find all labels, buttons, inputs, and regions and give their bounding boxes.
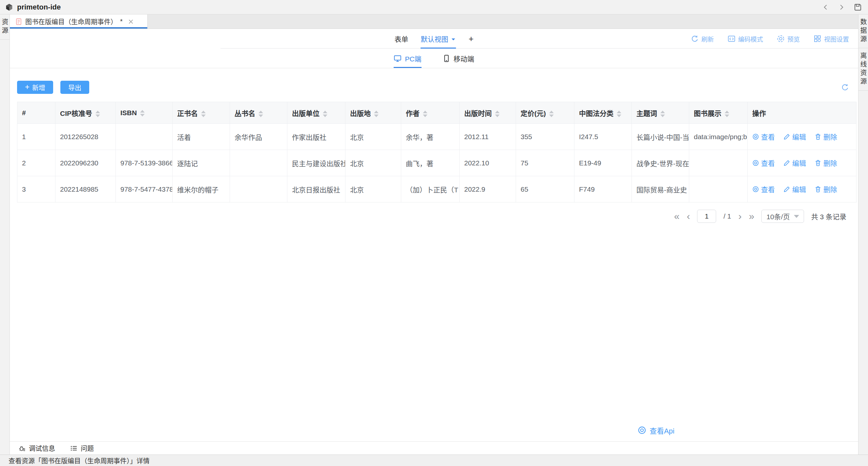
add-button[interactable]: + 新增 [17,81,53,94]
problems-label: 问题 [81,443,94,453]
table-cell: 75 [516,150,575,176]
table-cell: 2022.10 [460,150,516,176]
column-header[interactable]: CIP核准号 [56,102,116,124]
table-row: 32022148985978-7-5477-4378维米尔的帽子北京日报出版社北… [18,176,857,202]
edit-action-link[interactable]: 编辑 [783,158,806,168]
tab-pc-label: PC端 [405,54,421,63]
table-cell: 北京日报出版社 [287,176,345,202]
table-row: 22022096230978-7-5139-3866逐陆记民主与建设出版社北京曲… [18,150,857,176]
column-label: 正书名 [177,110,198,117]
trash-icon [814,159,822,166]
code-mode-icon [727,35,736,43]
column-header[interactable]: 出版时间 [460,102,516,124]
table-cell [116,124,173,150]
sort-icon[interactable] [617,111,621,117]
tab-pc[interactable]: PC端 [394,49,421,68]
delete-action-label: 删除 [824,132,837,141]
sort-icon[interactable] [201,111,206,117]
sidebar-item-resources[interactable]: 资源 [0,14,9,40]
last-page-button[interactable]: » [749,211,754,221]
page-input[interactable] [697,210,716,223]
edit-action-label: 编辑 [792,132,806,141]
delete-action-link[interactable]: 删除 [814,158,837,168]
add-view-button[interactable]: + [468,29,473,49]
first-page-button[interactable]: « [674,211,680,221]
editor-tab-title: 图书在版编目（生命周期事件） [25,17,117,26]
sort-icon[interactable] [725,111,729,117]
view-action-label: 查看 [761,158,775,168]
preview-label: 预览 [787,34,800,43]
preview-icon [777,35,785,43]
code-mode-button[interactable]: 编码模式 [727,34,763,43]
sidebar-item-datasource[interactable]: 数据源 [859,14,868,48]
tab-default-view[interactable]: 默认视图 [421,29,456,49]
problems-button[interactable]: 问题 [70,443,94,453]
sort-icon[interactable] [549,111,554,117]
sort-icon[interactable] [495,111,500,117]
debug-info-button[interactable]: 调试信息 [19,443,55,453]
nav-back-icon[interactable] [822,4,829,11]
column-label: 中图法分类 [579,110,614,117]
table-cell: 北京 [345,124,401,150]
sort-icon[interactable] [323,111,328,117]
column-header[interactable]: 丛书名 [230,102,287,124]
column-header[interactable]: 作者 [401,102,460,124]
tab-default-view-label: 默认视图 [421,34,448,43]
column-header[interactable]: 图书展示 [689,102,748,124]
app-logo-icon [5,3,14,12]
edit-action-label: 编辑 [792,158,806,168]
save-icon[interactable] [854,3,862,11]
sort-icon[interactable] [423,111,428,117]
table-cell: 北京 [345,176,401,202]
delete-action-link[interactable]: 删除 [814,132,837,141]
monitor-icon [394,55,402,62]
column-header[interactable]: ISBN [116,102,173,124]
api-row: 查看Api [10,425,858,435]
table-cell [689,150,748,176]
view-action-label: 查看 [761,132,775,141]
column-header[interactable]: 出版地 [345,102,401,124]
table-cell: 1 [18,124,56,150]
view-settings-button[interactable]: 视图设置 [813,34,849,43]
sort-icon[interactable] [374,111,378,117]
column-header[interactable]: 中图法分类 [575,102,632,124]
view-action-link[interactable]: 查看 [752,184,775,194]
plus-icon: + [25,83,30,91]
sort-icon[interactable] [660,111,665,117]
eye-icon [752,159,759,166]
nav-forward-icon[interactable] [838,4,845,11]
column-header[interactable]: 出版单位 [287,102,345,124]
tab-mobile[interactable]: 移动端 [442,49,474,68]
delete-action-link[interactable]: 删除 [814,184,837,194]
edit-action-link[interactable]: 编辑 [783,132,806,141]
view-api-link[interactable]: 查看Api [638,425,675,435]
sort-icon[interactable] [258,111,263,117]
table-cell [230,150,287,176]
table-cell: 978-7-5477-4378 [116,176,173,202]
export-button[interactable]: 导出 [60,81,89,94]
next-page-button[interactable]: › [738,211,742,221]
tab-form[interactable]: 表单 [394,29,408,49]
table-refresh-icon[interactable] [841,83,849,91]
column-header[interactable]: 定价(元) [516,102,575,124]
refresh-button[interactable]: 刷新 [691,34,714,43]
edit-action-label: 编辑 [792,184,806,194]
close-tab-icon[interactable] [128,19,134,25]
view-action-link[interactable]: 查看 [752,132,775,141]
column-header[interactable]: 正书名 [173,102,230,124]
table-cell: 长篇小说-中国-当 [632,124,689,150]
preview-button[interactable]: 预览 [777,34,800,43]
sort-icon[interactable] [140,110,145,117]
editor-tab[interactable]: 图书在版编目（生命周期事件） * [10,14,148,29]
column-label: 图书展示 [694,110,721,117]
column-header[interactable]: 主题词 [632,102,689,124]
pagination: « ‹ / 1 › » 10条/页 共 3 条记录 [10,210,846,223]
column-label: 定价(元) [521,110,546,117]
sidebar-item-offline-resources[interactable]: 离线资源 [859,48,868,91]
view-action-link[interactable]: 查看 [752,158,775,168]
prev-page-button[interactable]: ‹ [687,211,690,221]
table-cell: data:image/png;b [689,124,748,150]
sort-icon[interactable] [95,111,100,117]
edit-action-link[interactable]: 编辑 [783,184,806,194]
page-size-select[interactable]: 10条/页 [762,210,804,223]
